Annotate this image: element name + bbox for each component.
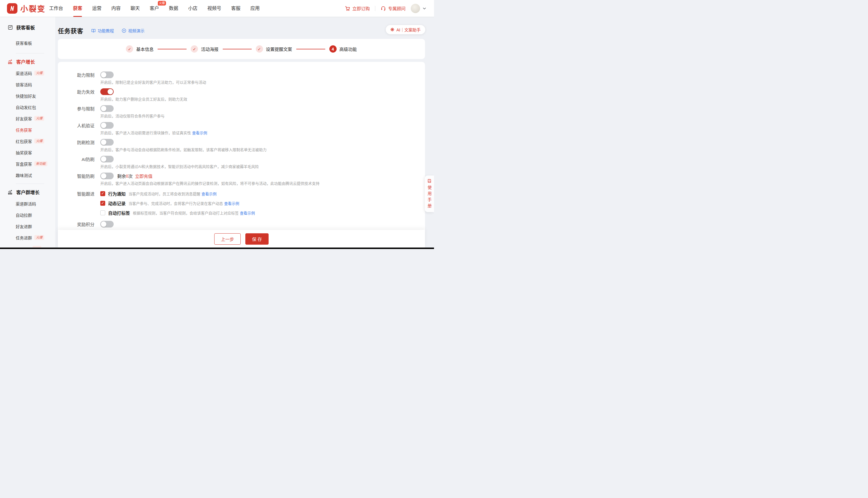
group-growth-icon — [8, 189, 13, 195]
sidebar-item-blindbox-acquisition[interactable]: 盲盒获客新功能 — [0, 158, 55, 169]
video-demo-link[interactable]: 视频演示 — [121, 28, 144, 34]
sidebar-item-redpacket-acquisition[interactable]: 红包获客火爆 — [0, 135, 55, 147]
avatar[interactable] — [411, 4, 420, 13]
step-connector — [158, 49, 186, 49]
check-icon: ✓ — [256, 45, 263, 53]
sidebar-item-friend-acquisition[interactable]: 好友获客火爆 — [0, 113, 55, 124]
sidebar-item-quick-add-friend[interactable]: 快捷加好友 — [0, 90, 55, 101]
nav-item-chat[interactable]: 聊天 — [130, 0, 140, 17]
recharge-link[interactable]: 立即充值 — [135, 173, 152, 179]
ai-shield-toggle[interactable] — [100, 156, 114, 162]
hot-badge: 火爆 — [34, 235, 44, 240]
form-row-assist-limit: 助力限制 开启后，限制已是企业好友的客户无法助力，可以正常参与活动 — [67, 71, 425, 85]
step-advanced[interactable]: 4 高级功能 — [329, 45, 357, 53]
sidebar-item-task-join-group[interactable]: 任务进群火爆 — [0, 232, 55, 243]
sidebar-item-task-acquisition[interactable]: 任务获客 — [0, 124, 55, 135]
form-row-captcha: 人机验证 开启后，客户进入活动前需进行滑块操作，验证真实性 查看示例 — [67, 122, 425, 136]
step-reminder-copy[interactable]: ✓ 设置提醒文案 — [256, 45, 292, 53]
divider — [16, 184, 44, 184]
sidebar-item-channel-group-qr[interactable]: 渠道群活码 — [0, 198, 55, 209]
assist-limit-toggle[interactable] — [100, 71, 114, 78]
step-number: 4 — [329, 45, 337, 53]
brand-logo[interactable]: 小裂变 — [7, 3, 46, 14]
order-now-button[interactable]: 立即订购 — [345, 5, 370, 11]
sidebar-item-kanban[interactable]: 获客看板 — [0, 37, 55, 49]
tutorial-link[interactable]: 功能教程 — [91, 28, 114, 34]
horizontal-scrollbar[interactable] — [0, 248, 434, 249]
divider — [16, 53, 44, 53]
ai-copywriter-button[interactable]: ❋ AI｜文案助手 — [386, 25, 425, 34]
page-header: 任务获客 功能教程 视频演示 ❋ AI｜文案助手 — [58, 24, 434, 37]
new-badge: 新功能 — [34, 161, 47, 166]
sidebar-section-group-growth: 客户群增长 — [0, 188, 55, 196]
nav-item-acquisition[interactable]: 获客 — [73, 0, 82, 17]
nav-item-content[interactable]: 内容 — [111, 0, 121, 17]
main-content: 任务获客 功能教程 视频演示 ❋ AI｜文案助手 ✓ 基本信息 — [55, 17, 434, 249]
main-nav: 工作台 获客 运营 内容 聊天 客户火爆 数据 小店 视频号 客服 应用 — [49, 0, 260, 17]
top-navbar: 小裂变 工作台 获客 运营 内容 聊天 客户火爆 数据 小店 视频号 客服 应用… — [0, 0, 434, 17]
join-limit-toggle[interactable] — [100, 105, 114, 112]
auto-tag-checkbox[interactable] — [100, 210, 105, 215]
sidebar-item-auto-group[interactable]: 自动拉群 — [0, 209, 55, 221]
view-example-link[interactable]: 查看示例 — [224, 201, 239, 206]
anti-fraud-toggle[interactable] — [100, 139, 114, 146]
stepper: ✓ 基本信息 ✓ 活动海报 ✓ 设置提醒文案 4 高级功能 — [58, 39, 425, 59]
behavior-notify-checkbox[interactable] — [100, 191, 105, 196]
captcha-toggle[interactable] — [100, 122, 114, 129]
play-circle-icon — [121, 28, 127, 33]
view-example-link[interactable]: 查看示例 — [192, 131, 207, 135]
view-example-link[interactable]: 查看示例 — [202, 192, 217, 196]
step-poster[interactable]: ✓ 活动海报 — [191, 45, 218, 53]
sidebar-section-kanban: 获客看板 — [0, 24, 55, 31]
nav-item-video-channel[interactable]: 视频号 — [207, 0, 221, 17]
view-example-link[interactable]: 查看示例 — [240, 211, 255, 215]
sidebar-item-fun-test[interactable]: 趣味测试 — [0, 169, 55, 181]
save-button[interactable]: 保 存 — [245, 233, 269, 245]
nav-item-data[interactable]: 数据 — [169, 0, 178, 17]
assist-invalid-toggle[interactable] — [100, 88, 114, 95]
sidebar-section-customer-growth: 客户增长 — [0, 58, 55, 65]
sidebar-item-channel-qr[interactable]: 渠道活码火爆 — [0, 67, 55, 79]
sidebar: 获客看板 获客看板 客户增长 渠道活码火爆 锁客活码 快捷加好友 自动发红包 好… — [0, 17, 55, 249]
nav-item-operations[interactable]: 运营 — [92, 0, 102, 17]
chevron-down-icon[interactable] — [423, 6, 426, 11]
app-window: 小裂变 工作台 获客 运营 内容 聊天 客户火爆 数据 小店 视频号 客服 应用… — [0, 0, 434, 249]
divider — [375, 6, 375, 11]
activity-record-checkbox[interactable] — [100, 201, 105, 206]
smart-shield-toggle[interactable] — [100, 173, 114, 179]
nav-item-shop[interactable]: 小店 — [188, 0, 197, 17]
kanban-icon — [8, 25, 13, 30]
brand-name: 小裂变 — [20, 3, 46, 14]
cart-icon — [345, 5, 350, 11]
nav-item-service[interactable]: 客服 — [231, 0, 241, 17]
nav-item-apps[interactable]: 应用 — [250, 0, 260, 17]
form-row-join-limit: 参与限制 开启后，活动仅限符合条件的客户参与 — [67, 105, 425, 119]
advisor-button[interactable]: 专属顾问 — [380, 5, 405, 11]
form-row-smart-shield: 智能防刷 剩余0次立即充值 开启后，客户进入活动页面会自动根据该客户在腾讯云的操… — [67, 172, 425, 186]
nav-item-workbench[interactable]: 工作台 — [49, 0, 63, 17]
form-row-reward-points: 奖励积分 — [67, 221, 425, 227]
user-manual-tab[interactable]: 使用手册 — [425, 175, 434, 212]
brand-logo-icon — [7, 3, 17, 14]
step-connector — [296, 49, 325, 49]
previous-step-button[interactable]: 上一步 — [214, 233, 241, 245]
form-row-smart-follow: 智能跟进 行为通知 当客户完成活动时，员工将会收到消息提醒查看示例 动态记录 当… — [67, 190, 425, 216]
footer-action-bar: 上一步 保 存 — [58, 230, 425, 248]
sidebar-item-friend-join-group[interactable]: 好友进群 — [0, 221, 55, 232]
advanced-settings-form: 助力限制 开启后，限制已是企业好友的客户无法助力，可以正常参与活动 助力失效 开… — [58, 62, 425, 249]
check-icon: ✓ — [191, 45, 198, 53]
growth-icon — [8, 59, 13, 65]
manual-book-icon — [427, 179, 432, 183]
sidebar-item-lottery-acquisition[interactable]: 抽奖获客 — [0, 147, 55, 158]
sidebar-item-lock-qr[interactable]: 锁客活码 — [0, 79, 55, 90]
form-row-ai-shield: AI防刷 开启后，小裂变将通过AI和大数据技术，智能识别活动中的高风险客户，减少… — [67, 155, 425, 169]
remaining-count: 剩余0次立即充值 — [117, 173, 152, 179]
hot-badge: 火爆 — [34, 139, 44, 144]
hot-badge: 火爆 — [158, 1, 166, 5]
reward-points-toggle[interactable] — [100, 221, 114, 227]
page-title: 任务获客 — [58, 26, 83, 35]
hot-badge: 火爆 — [34, 116, 44, 121]
step-basic-info[interactable]: ✓ 基本信息 — [126, 45, 154, 53]
sidebar-item-auto-red-packet[interactable]: 自动发红包 — [0, 101, 55, 113]
nav-item-customers[interactable]: 客户火爆 — [150, 0, 159, 17]
